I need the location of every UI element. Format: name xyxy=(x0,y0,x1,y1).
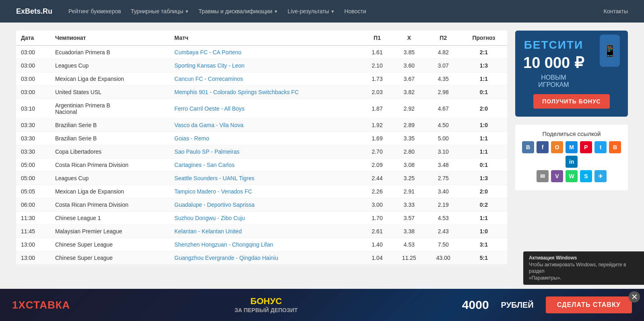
match-forecast: 1:1 xyxy=(460,212,507,225)
match-p2: 3.40 xyxy=(426,185,460,198)
match-champ: Mexican Liga de Expansion xyxy=(50,72,169,86)
share-icon-vi[interactable]: V xyxy=(551,170,563,182)
match-p1: 1.04 xyxy=(362,251,392,265)
share-icon-sk[interactable]: S xyxy=(580,170,592,182)
share-icon-fb[interactable]: f xyxy=(537,141,549,153)
share-title: Поделиться ссылкой xyxy=(521,130,622,137)
ad-cta-button[interactable]: ПОЛУЧИТЬ БОНУС xyxy=(533,94,609,109)
share-icon-tw[interactable]: t xyxy=(594,141,607,153)
ad-amount: 10 000 ₽ xyxy=(523,55,584,72)
match-link[interactable]: Suzhou Dongwu - Zibo Cuju xyxy=(169,212,362,225)
share-icon-ok[interactable]: О xyxy=(551,141,563,153)
match-p2: 4.50 xyxy=(426,119,460,132)
match-x: 3.85 xyxy=(392,45,426,59)
share-icons: ВfОМPtBin xyxy=(521,141,622,168)
sidebar: БЕТСИТИ 10 000 ₽ НОВЫМ ИГРОКАМ 📱 ПОЛУЧИТ… xyxy=(515,31,628,265)
match-champ: Chinese League 1 xyxy=(50,212,169,225)
windows-activate-notice: Активация Windows Чтобы активировать Win… xyxy=(523,251,644,273)
match-x: 3.35 xyxy=(392,132,426,145)
match-p1: 2.70 xyxy=(362,145,392,158)
share-icon-mm[interactable]: М xyxy=(566,141,578,153)
match-time: 03:00 xyxy=(16,86,50,99)
col-x: Х xyxy=(392,31,426,45)
match-link[interactable]: Sporting Kansas City - Leon xyxy=(169,59,362,72)
match-p1: 1.73 xyxy=(362,72,392,86)
match-p2: 7.50 xyxy=(426,238,460,251)
match-p1: 1.70 xyxy=(362,212,392,225)
match-time: 05:05 xyxy=(16,185,50,198)
match-champ: Chinese Super League xyxy=(50,238,169,251)
match-x: 2.91 xyxy=(392,185,426,198)
match-p1: 1.40 xyxy=(362,238,392,251)
nav-news[interactable]: Новости xyxy=(345,8,366,14)
table-row: 13:00 Chinese Super League Guangzhou Eve… xyxy=(16,251,507,265)
table-row: 03:30 Brazilian Serie B Vasco da Gama - … xyxy=(16,119,507,132)
match-forecast: 1:1 xyxy=(460,72,507,86)
share-icon-bl[interactable]: B xyxy=(609,141,621,153)
col-match: Матч xyxy=(169,31,362,45)
share-icon-vk[interactable]: В xyxy=(522,141,534,153)
match-champ: Chinese Super League xyxy=(50,251,169,265)
match-p1: 3.00 xyxy=(362,198,392,212)
match-time: 05:00 xyxy=(16,158,50,172)
match-p2: 4.67 xyxy=(426,99,460,119)
match-p2: 4.82 xyxy=(426,45,460,59)
match-link[interactable]: Guadalupe - Deportivo Saprissa xyxy=(169,198,362,212)
match-p2: 2.43 xyxy=(426,225,460,238)
match-p1: 2.09 xyxy=(362,158,392,172)
match-link[interactable]: Kelantan - Kelantan United xyxy=(169,225,362,238)
match-link[interactable]: Goias - Remo xyxy=(169,132,362,145)
match-champ: Mexican Liga de Expansion xyxy=(50,185,169,198)
nav-rating[interactable]: Рейтинг букмекеров xyxy=(68,8,121,14)
share-icon-wa[interactable]: W xyxy=(566,170,578,182)
match-link[interactable]: Guangzhou Evergrande - Qingdao Hainiu xyxy=(169,251,362,265)
match-champ: Costa Rican Primera Division xyxy=(50,158,169,172)
match-link[interactable]: Sao Paulo SP - Palmeiras xyxy=(169,145,362,158)
share-icons-row2: ✉VWS✈ xyxy=(521,170,622,182)
match-x: 3.82 xyxy=(392,86,426,99)
match-x: 2.92 xyxy=(392,99,426,119)
page-body: Дата Чемпионат Матч П1 Х П2 Прогноз 03:0… xyxy=(0,23,644,273)
match-link[interactable]: Seattle Sounders - UANL Tigres xyxy=(169,172,362,185)
match-champ: Argentinian Primera BNacional xyxy=(50,99,169,119)
match-link[interactable]: Vasco da Gama - Vila Nova xyxy=(169,119,362,132)
nav-tables[interactable]: Турнирные таблицы ▼ xyxy=(131,8,189,14)
chevron-down-icon: ▼ xyxy=(185,9,189,14)
match-time: 03:00 xyxy=(16,72,50,86)
match-forecast: 0:1 xyxy=(460,86,507,99)
match-champ: Leagues Cup xyxy=(50,59,169,72)
match-link[interactable]: Shenzhen Hongzuan - Chongqing Lifan xyxy=(169,238,362,251)
match-link[interactable]: Ferro Carril Oeste - All Boys xyxy=(169,99,362,119)
share-icon-tg[interactable]: ✈ xyxy=(594,170,607,182)
match-x: 2.80 xyxy=(392,145,426,158)
nav-injuries[interactable]: Травмы и дисквалификации ▼ xyxy=(198,8,278,14)
main-content: Дата Чемпионат Матч П1 Х П2 Прогноз 03:0… xyxy=(16,31,507,265)
table-row: 05:05 Mexican Liga de Expansion Tampico … xyxy=(16,185,507,198)
nav-contacts[interactable]: Контакты xyxy=(604,8,628,14)
share-icon-pt[interactable]: P xyxy=(580,141,592,153)
match-time: 03:30 xyxy=(16,132,50,145)
match-link[interactable]: Tampico Madero - Venados FC xyxy=(169,185,362,198)
match-link[interactable]: Cumbaya FC - CA Porteno xyxy=(169,45,362,59)
match-link[interactable]: Cancun FC - Correcaminos xyxy=(169,72,362,86)
navbar: ExBets.Ru Рейтинг букмекеров Турнирные т… xyxy=(0,0,644,23)
match-champ: Costa Rican Primera Division xyxy=(50,198,169,212)
table-row: 03:00 Mexican Liga de Expansion Cancun F… xyxy=(16,72,507,86)
match-p1: 1.61 xyxy=(362,45,392,59)
match-link[interactable]: Memphis 901 - Colorado Springs Switchbac… xyxy=(169,86,362,99)
match-p2: 3.07 xyxy=(426,59,460,72)
match-x: 4.53 xyxy=(392,238,426,251)
matches-table: Дата Чемпионат Матч П1 Х П2 Прогноз 03:0… xyxy=(16,31,507,265)
match-forecast: 2:0 xyxy=(460,99,507,119)
share-icon-cp[interactable]: ✉ xyxy=(537,170,549,182)
brand-logo[interactable]: ExBets.Ru xyxy=(16,7,52,16)
match-x: 3.33 xyxy=(392,198,426,212)
match-x: 3.60 xyxy=(392,59,426,72)
nav-live[interactable]: Live-результаты ▼ xyxy=(287,8,334,14)
share-icon-li[interactable]: in xyxy=(566,156,578,168)
match-link[interactable]: Cartagines - San Carlos xyxy=(169,158,362,172)
match-p1: 1.87 xyxy=(362,99,392,119)
match-p1: 2.26 xyxy=(362,185,392,198)
match-x: 3.67 xyxy=(392,72,426,86)
table-row: 06:00 Costa Rican Primera Division Guada… xyxy=(16,198,507,212)
